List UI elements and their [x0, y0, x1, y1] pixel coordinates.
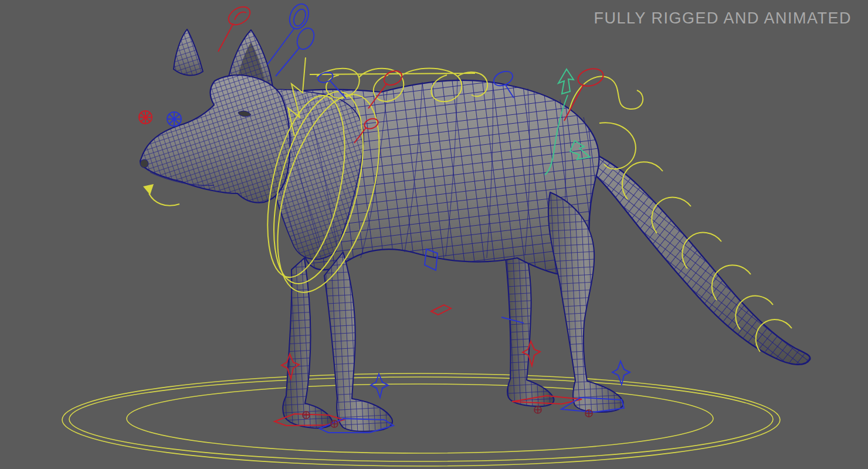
root-ring-outer-2[interactable]	[69, 377, 773, 461]
viewport-3d[interactable]: FULLY RIGGED AND ANIMATED	[0, 0, 868, 469]
root-ring-outer[interactable]	[62, 373, 780, 466]
watermark-text: FULLY RIGGED AND ANIMATED	[594, 9, 852, 28]
fox-front-leg-near[interactable]	[324, 252, 392, 431]
fox-nose-tip	[140, 159, 148, 168]
tail-rings[interactable]	[622, 162, 792, 352]
fox-model[interactable]	[140, 29, 810, 431]
hip-up-arrow[interactable]	[558, 69, 574, 94]
belly-diamond[interactable]	[431, 305, 451, 315]
nose-wheel-right[interactable]	[167, 112, 181, 126]
fox-ear-far[interactable]	[174, 29, 203, 76]
root-ring-inner[interactable]	[127, 384, 713, 453]
jaw-rotate-arrow[interactable]	[143, 184, 179, 206]
fox-hind-leg-near[interactable]	[548, 192, 623, 412]
nose-wheel-left[interactable]	[139, 111, 152, 124]
fox-tail[interactable]	[582, 149, 810, 365]
fox-head[interactable]	[140, 75, 290, 203]
scene-canvas[interactable]	[0, 0, 868, 469]
ear-balloons-right[interactable]	[267, 1, 317, 76]
ground-root-rings[interactable]	[62, 373, 780, 466]
